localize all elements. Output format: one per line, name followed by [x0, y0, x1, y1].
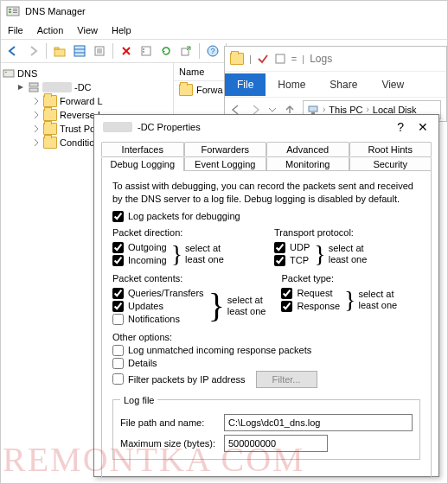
checkbox-queries[interactable]: Queries/Transfers — [112, 288, 204, 299]
label-file-path: File path and name: — [120, 417, 217, 428]
label-transport: Transport protocol: — [274, 227, 420, 238]
filter-button[interactable]: Filter... — [256, 371, 317, 388]
breadcrumb-localdisk[interactable]: Local Disk — [373, 105, 417, 115]
app-icon — [6, 4, 20, 18]
tab-event-logging[interactable]: Event Logging — [184, 156, 267, 171]
checkbox-log-packets[interactable]: Log packets for debugging — [112, 211, 420, 222]
svg-rect-32 — [309, 106, 317, 111]
help-button[interactable]: ? — [397, 120, 404, 134]
checkbox-incoming[interactable]: Incoming — [112, 255, 167, 266]
debug-description: To assist with debugging, you can record… — [112, 180, 420, 206]
file-path-input[interactable] — [224, 414, 413, 431]
svg-point-19 — [143, 51, 144, 53]
chevron-right-icon[interactable] — [32, 124, 41, 133]
checkbox-updates[interactable]: Updates — [112, 301, 204, 312]
chevron-right-icon[interactable] — [32, 111, 41, 119]
brace-icon: } — [204, 291, 227, 321]
delete-icon[interactable] — [118, 42, 135, 60]
list-icon[interactable] — [138, 42, 155, 60]
folder-icon — [43, 109, 57, 121]
checkbox-notifications[interactable]: Notifications — [112, 314, 204, 325]
ribbon-tab-home[interactable]: Home — [266, 73, 317, 96]
checkbox-udp[interactable]: UDP — [274, 242, 310, 253]
server-name-redacted — [42, 82, 72, 92]
tree-root[interactable]: DNS — [3, 67, 171, 80]
label-packet-type: Packet type: — [281, 273, 420, 283]
dialog-title: -DC Properties — [138, 122, 201, 132]
table-view-icon[interactable] — [71, 42, 88, 60]
svg-rect-29 — [29, 83, 38, 86]
checkbox-filter-ip[interactable]: Filter packets by IP address — [112, 373, 246, 385]
label-packet-contents: Packet contents: — [112, 273, 266, 283]
refresh-icon[interactable] — [157, 42, 175, 60]
export-icon[interactable] — [177, 42, 195, 60]
svg-rect-17 — [142, 47, 150, 55]
svg-rect-8 — [74, 46, 85, 56]
svg-point-18 — [143, 48, 144, 50]
help-icon[interactable]: ? — [204, 42, 221, 60]
tab-forwarders[interactable]: Forwarders — [184, 142, 267, 156]
brace-icon: } — [310, 242, 328, 266]
menu-file[interactable]: File — [8, 25, 23, 35]
tab-interfaces[interactable]: Interfaces — [101, 142, 184, 156]
svg-text:?: ? — [210, 47, 214, 55]
options-icon[interactable] — [274, 53, 286, 65]
folder-icon — [230, 53, 244, 65]
tree-forward-zones[interactable]: Forward L — [3, 94, 171, 108]
tab-advanced[interactable]: Advanced — [266, 142, 349, 156]
back-button[interactable] — [4, 42, 22, 60]
svg-rect-3 — [13, 9, 17, 10]
history-dropdown-icon[interactable] — [268, 105, 277, 114]
svg-rect-2 — [9, 11, 11, 13]
ribbon-tab-file[interactable]: File — [225, 73, 266, 96]
explorer-title: Logs — [310, 53, 332, 65]
chevron-right-icon[interactable]: › — [366, 105, 368, 114]
menu-help[interactable]: Help — [112, 25, 131, 35]
svg-rect-27 — [3, 70, 14, 77]
chevron-right-icon[interactable] — [32, 138, 41, 147]
svg-rect-30 — [29, 88, 38, 92]
properties-icon[interactable] — [91, 42, 108, 60]
properties-dialog: -DC Properties ? ✕ Interfaces Forwarders… — [93, 114, 439, 477]
tab-root-hints[interactable]: Root Hints — [349, 142, 432, 156]
svg-rect-28 — [5, 72, 7, 73]
svg-rect-6 — [54, 49, 65, 56]
forward-button[interactable] — [24, 42, 42, 60]
brace-icon: } — [167, 242, 185, 266]
ribbon-tab-share[interactable]: Share — [317, 73, 369, 96]
up-level-icon[interactable] — [51, 42, 68, 60]
server-icon — [28, 81, 40, 93]
folder-icon — [43, 137, 57, 149]
window-titlebar: DNS Manager — [1, 1, 447, 22]
label-select-at-least-one: select at least one — [227, 295, 266, 317]
ribbon-tab-view[interactable]: View — [369, 73, 416, 96]
checkbox-request[interactable]: Request — [281, 288, 340, 299]
svg-rect-1 — [9, 9, 11, 10]
tab-security[interactable]: Security — [349, 156, 432, 171]
checkbox-response[interactable]: Response — [281, 301, 340, 312]
label-select-at-least-one: select at least one — [185, 243, 224, 265]
close-button[interactable]: ✕ — [416, 120, 430, 134]
check-icon — [257, 53, 269, 65]
max-size-input[interactable] — [224, 435, 328, 452]
tree-server[interactable]: -DC — [3, 80, 171, 94]
svg-rect-5 — [13, 12, 17, 13]
dns-root-icon — [3, 67, 15, 80]
brace-icon: } — [340, 288, 358, 312]
checkbox-tcp[interactable]: TCP — [274, 255, 310, 266]
label-other-options: Other options: — [112, 332, 420, 342]
chevron-right-icon[interactable] — [32, 97, 41, 105]
checkbox-log-unmatched[interactable]: Log unmatched incoming response packets — [112, 345, 420, 356]
tab-debug-logging[interactable]: Debug Logging — [101, 156, 184, 171]
label-max-size: Maximum size (bytes): — [120, 438, 217, 449]
menu-view[interactable]: View — [77, 25, 98, 35]
tab-monitoring[interactable]: Monitoring — [266, 156, 349, 171]
chevron-right-icon[interactable]: › — [323, 105, 325, 114]
breadcrumb-thispc[interactable]: This PC — [329, 105, 362, 115]
expand-icon[interactable] — [16, 83, 25, 92]
checkbox-details[interactable]: Details — [112, 358, 420, 369]
menu-action[interactable]: Action — [37, 25, 64, 35]
checkbox-outgoing[interactable]: Outgoing — [112, 242, 167, 253]
menu-bar: File Action View Help — [1, 22, 447, 39]
label-log-file: Log file — [120, 395, 157, 405]
